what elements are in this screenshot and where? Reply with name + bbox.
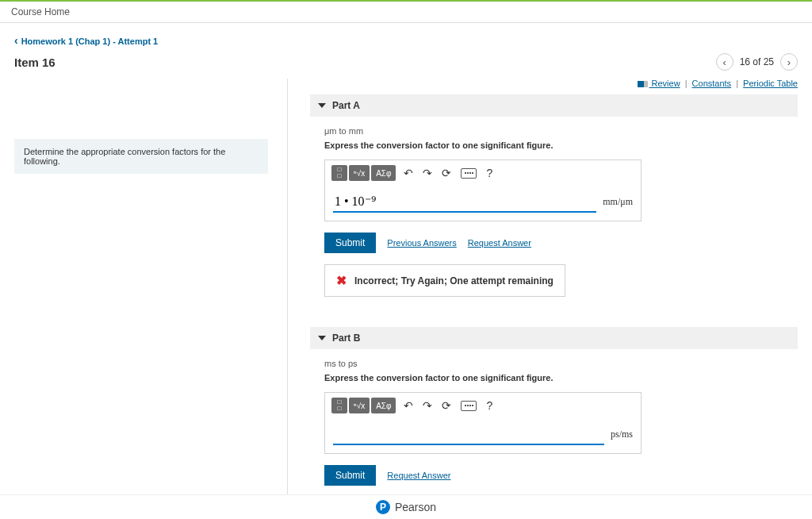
part-b-header[interactable]: Part B (310, 327, 798, 349)
reset-icon[interactable]: ⟳ (442, 167, 451, 179)
next-item-button[interactable]: › (780, 53, 798, 71)
pager: ‹ 16 of 25 › (716, 53, 798, 71)
caret-down-icon (318, 336, 326, 340)
part-b-answer-box: □□ ⁿ√x ΑΣφ ↶ ↷ ⟳ ? (324, 392, 642, 454)
part-a-units: mm/μm (603, 196, 633, 208)
root-icon[interactable]: ⁿ√x (349, 165, 370, 181)
symbols-icon[interactable]: ΑΣφ (371, 398, 396, 413)
part-a-input[interactable] (333, 190, 596, 213)
prev-item-button[interactable]: ‹ (716, 53, 733, 71)
breadcrumb[interactable]: Homework 1 (Chap 1) - Attempt 1 (14, 34, 798, 47)
review-link[interactable]: Review (649, 79, 680, 88)
pearson-brand: Pearson (395, 501, 436, 513)
part-b-conversion: ms to ps (324, 359, 783, 368)
template-icon[interactable]: □□ (331, 165, 347, 181)
redo-icon[interactable]: ↷ (423, 399, 432, 412)
course-home-link[interactable]: Course Home (11, 6, 70, 17)
reset-icon[interactable]: ⟳ (442, 399, 451, 412)
request-answer-link-a[interactable]: Request Answer (468, 238, 531, 248)
part-b-units: ps/ms (611, 429, 633, 440)
help-icon[interactable]: ? (486, 399, 492, 412)
part-a-header[interactable]: Part A (310, 94, 798, 117)
top-bar: Course Home (0, 0, 812, 23)
part-a-instruction: Express the conversion factor to one sig… (324, 140, 783, 150)
constants-link[interactable]: Constants (692, 79, 732, 88)
item-title: Item 16 (14, 56, 56, 69)
undo-icon[interactable]: ↶ (404, 399, 413, 412)
part-b-instruction: Express the conversion factor to one sig… (324, 373, 783, 383)
keyboard-icon[interactable] (461, 168, 477, 179)
part-b-submit-button[interactable]: Submit (324, 465, 376, 486)
redo-icon[interactable]: ↷ (423, 167, 432, 179)
pearson-logo-icon: P (376, 500, 390, 514)
format-tools: □□ ⁿ√x ΑΣφ (331, 165, 396, 181)
resource-links: Review | Constants | Periodic Table (310, 79, 798, 88)
part-a-submit-button[interactable]: Submit (324, 233, 376, 253)
previous-answers-link[interactable]: Previous Answers (387, 238, 456, 248)
incorrect-icon: ✖ (336, 273, 347, 288)
question-prompt: Determine the appropriate conversion fac… (14, 139, 268, 174)
periodic-table-link[interactable]: Periodic Table (743, 79, 798, 88)
keyboard-icon[interactable] (461, 401, 477, 411)
part-a-answer-box: □□ ⁿ√x ΑΣφ ↶ ↷ ⟳ ? (324, 160, 642, 221)
footer: P Pearson (0, 494, 812, 519)
part-b-input[interactable] (333, 423, 604, 445)
pager-position: 16 of 25 (740, 56, 774, 67)
request-answer-link-b[interactable]: Request Answer (387, 471, 450, 480)
part-a-feedback: ✖ Incorrect; Try Again; One attempt rema… (324, 264, 565, 297)
format-tools: □□ ⁿ√x ΑΣφ (331, 398, 396, 413)
undo-icon[interactable]: ↶ (404, 167, 413, 179)
part-a-conversion: μm to mm (324, 126, 783, 136)
review-icon (638, 81, 647, 87)
help-icon[interactable]: ? (486, 167, 492, 179)
template-icon[interactable]: □□ (331, 398, 347, 413)
symbols-icon[interactable]: ΑΣφ (371, 165, 396, 181)
caret-down-icon (318, 103, 326, 108)
root-icon[interactable]: ⁿ√x (349, 398, 370, 413)
